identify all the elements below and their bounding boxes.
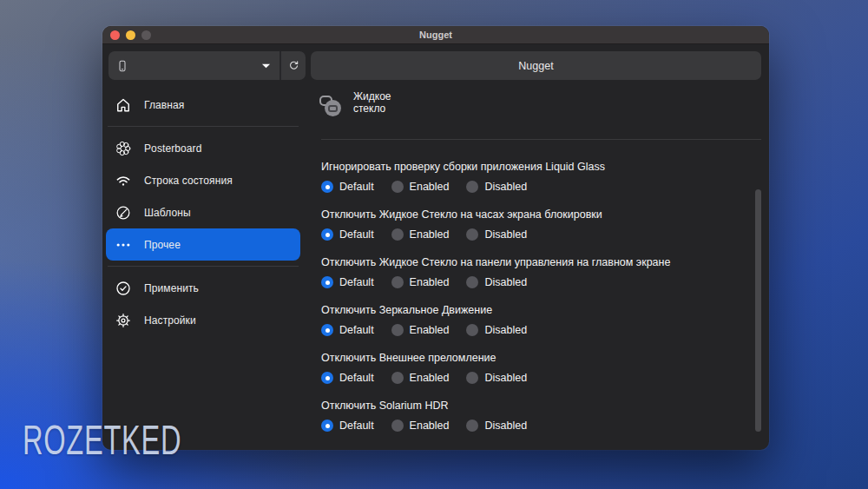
sidebar-item-label: Главная — [144, 99, 184, 111]
radio-option-label: Disabled — [484, 228, 527, 241]
radio-default[interactable]: Default — [321, 228, 374, 241]
radio-enabled[interactable]: Enabled — [391, 181, 450, 193]
setting-label: Игнорировать проверку сборки приложения … — [321, 161, 761, 174]
gear-icon — [114, 311, 133, 330]
radio-option-label: Enabled — [410, 228, 450, 241]
radio-button-icon — [466, 228, 478, 241]
check-circle-icon — [114, 279, 133, 298]
vertical-scrollbar-thumb[interactable] — [755, 189, 761, 432]
setting-group: Отключить Solarium HDRDefaultEnabledDisa… — [321, 400, 761, 432]
device-select-dropdown[interactable] — [108, 51, 279, 80]
app-window: Nugget — [102, 26, 769, 450]
radio-group: DefaultEnabledDisabled — [321, 276, 761, 288]
radio-option-label: Default — [339, 324, 374, 336]
radio-button-icon — [321, 324, 333, 336]
zoom-button[interactable] — [141, 30, 151, 40]
refresh-button[interactable] — [279, 51, 306, 80]
ellipsis-icon — [114, 235, 133, 254]
setting-group: Отключить Жидкое Стекло на панели управл… — [321, 256, 761, 288]
radio-button-icon — [391, 181, 404, 193]
radio-enabled[interactable]: Enabled — [391, 372, 450, 384]
sidebar-divider — [108, 266, 299, 267]
sidebar-item-posterboard[interactable]: Posterboard — [106, 132, 300, 164]
radio-button-icon — [391, 372, 404, 384]
sidebar: ГлавнаяPosterboardСтрока состоянияШаблон… — [102, 85, 302, 450]
radio-option-label: Enabled — [410, 420, 450, 432]
sidebar-item-wifi[interactable]: Строка состояния — [106, 164, 300, 196]
radio-option-label: Default — [339, 276, 374, 288]
radio-default[interactable]: Default — [321, 420, 374, 432]
radio-default[interactable]: Default — [321, 324, 374, 336]
toolbar-page-title: Nugget — [311, 51, 761, 80]
radio-enabled[interactable]: Enabled — [391, 276, 450, 288]
radio-disabled[interactable]: Disabled — [466, 228, 527, 241]
minimize-button[interactable] — [126, 30, 135, 40]
setting-label: Отключить Жидкое Стекло на часах экрана … — [321, 208, 761, 221]
setting-group: Отключить Жидкое Стекло на часах экрана … — [321, 208, 761, 241]
radio-button-icon — [466, 324, 478, 336]
close-button[interactable] — [110, 30, 120, 40]
setting-label: Отключить Внешнее преломление — [321, 352, 761, 365]
title-bar[interactable]: Nugget — [102, 26, 769, 44]
radio-option-label: Enabled — [410, 181, 450, 193]
radio-option-label: Default — [339, 228, 374, 241]
radio-group: DefaultEnabledDisabled — [321, 181, 761, 193]
radio-enabled[interactable]: Enabled — [391, 324, 450, 336]
radio-default[interactable]: Default — [321, 276, 374, 288]
radio-disabled[interactable]: Disabled — [466, 372, 527, 384]
radio-disabled[interactable]: Disabled — [466, 276, 527, 288]
radio-option-label: Disabled — [484, 420, 527, 432]
radio-option-label: Enabled — [410, 372, 450, 384]
sidebar-item-label: Прочее — [144, 239, 181, 251]
setting-group: Игнорировать проверку сборки приложения … — [321, 161, 761, 193]
radio-button-icon — [391, 228, 404, 241]
radio-button-icon — [466, 276, 478, 288]
sidebar-item-ellipsis[interactable]: Прочее — [106, 228, 300, 261]
sidebar-item-label: Шаблоны — [144, 207, 191, 219]
radio-button-icon — [466, 372, 478, 384]
setting-group: Отключить Зеркальное ДвижениеDefaultEnab… — [321, 304, 761, 336]
radio-enabled[interactable]: Enabled — [391, 228, 450, 241]
templates-icon — [114, 203, 133, 222]
liquid-glass-icon — [319, 96, 342, 116]
radio-disabled[interactable]: Disabled — [466, 420, 527, 432]
sidebar-item-label: Настройки — [144, 314, 196, 327]
watermark: ROZETKED — [23, 415, 181, 464]
sidebar-item-gear[interactable]: Настройки — [106, 304, 300, 336]
setting-group: Отключить Внешнее преломлениеDefaultEnab… — [321, 352, 761, 384]
refresh-icon — [287, 59, 300, 72]
radio-option-label: Disabled — [484, 181, 527, 193]
radio-button-icon — [321, 420, 333, 432]
radio-option-label: Default — [339, 420, 374, 432]
radio-enabled[interactable]: Enabled — [391, 420, 450, 432]
radio-option-label: Disabled — [484, 372, 527, 384]
radio-default[interactable]: Default — [321, 181, 374, 193]
phone-icon — [115, 58, 129, 74]
chevron-down-icon — [261, 63, 271, 69]
sidebar-item-home[interactable]: Главная — [106, 89, 300, 121]
radio-disabled[interactable]: Disabled — [466, 324, 527, 336]
radio-group: DefaultEnabledDisabled — [321, 228, 761, 241]
radio-option-label: Enabled — [410, 324, 450, 336]
sidebar-item-check-circle[interactable]: Применить — [106, 272, 300, 304]
radio-group: DefaultEnabledDisabled — [321, 420, 761, 432]
radio-disabled[interactable]: Disabled — [466, 181, 527, 193]
wifi-icon — [114, 171, 133, 190]
home-icon — [114, 96, 133, 115]
radio-button-icon — [321, 372, 333, 384]
toolbar: Nugget — [108, 51, 761, 80]
radio-option-label: Disabled — [484, 276, 527, 288]
sidebar-item-templates[interactable]: Шаблоны — [106, 196, 300, 228]
radio-option-label: Enabled — [410, 276, 450, 288]
radio-group: DefaultEnabledDisabled — [321, 372, 761, 384]
radio-button-icon — [321, 276, 333, 288]
posterboard-icon — [114, 139, 133, 158]
radio-button-icon — [391, 420, 404, 432]
setting-label: Отключить Жидкое Стекло на панели управл… — [321, 256, 761, 269]
radio-button-icon — [466, 420, 478, 432]
setting-label: Отключить Зеркальное Движение — [321, 304, 761, 317]
radio-default[interactable]: Default — [321, 372, 374, 384]
section-title: Жидкое стекло — [353, 90, 391, 116]
radio-button-icon — [321, 228, 333, 241]
radio-option-label: Default — [339, 372, 374, 384]
